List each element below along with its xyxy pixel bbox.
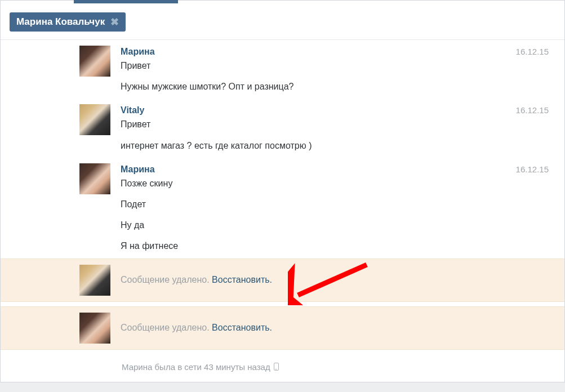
restore-link[interactable]: Восстановить.: [212, 323, 272, 332]
message-list: Марина 16.12.15 Привет Нужны мужские шмо…: [1, 40, 564, 382]
author-link[interactable]: Vitaly: [121, 105, 144, 115]
message-date: 16.12.15: [516, 105, 549, 115]
message-line: интернет магаз ? есть где каталог посмот…: [121, 139, 552, 152]
message-body: Марина 16.12.15 Привет Нужны мужские шмо…: [121, 46, 552, 93]
message-body: Сообщение удалено. Восстановить.: [121, 265, 552, 296]
message-line: Я на фитнесе: [121, 239, 552, 252]
message-line: Привет: [121, 59, 552, 72]
message-line: Нужны мужские шмотки? Опт и разница?: [121, 80, 552, 93]
filter-chip[interactable]: Марина Ковальчук ✖: [10, 12, 126, 32]
author-link[interactable]: Марина: [121, 47, 155, 57]
message-line: Привет: [121, 118, 552, 131]
deleted-text: Сообщение удалено. Восстановить.: [121, 314, 552, 333]
avatar[interactable]: [79, 46, 110, 77]
deleted-message: Сообщение удалено. Восстановить.: [1, 306, 564, 350]
filter-chip-row: Марина Ковальчук ✖: [1, 6, 564, 40]
message-date: 16.12.15: [516, 164, 549, 174]
message-body: Марина 16.12.15 Позже скину Подет Ну да …: [121, 163, 552, 253]
status-text: Марина была в сети 43 минуты назад: [122, 362, 270, 372]
avatar[interactable]: [79, 265, 110, 296]
message-line: Ну да: [121, 219, 552, 231]
close-icon[interactable]: ✖: [110, 17, 119, 27]
active-tab-indicator: [74, 0, 178, 3]
restore-link[interactable]: Восстановить.: [212, 275, 272, 284]
message-item: Марина 16.12.15 Позже скину Подет Ну да …: [1, 158, 564, 259]
message-line: Подет: [121, 198, 552, 211]
chip-label: Марина Ковальчук: [16, 16, 105, 28]
message-item: Марина 16.12.15 Привет Нужны мужские шмо…: [1, 40, 564, 99]
message-item: Vitaly 16.12.15 Привет интернет магаз ? …: [1, 99, 564, 157]
status-row: Марина была в сети 43 минуты назад: [1, 354, 564, 382]
message-date: 16.12.15: [516, 47, 549, 56]
deleted-label: Сообщение удалено.: [121, 323, 210, 332]
avatar[interactable]: [79, 163, 110, 194]
avatar[interactable]: [79, 104, 110, 135]
top-bar: [1, 0, 564, 6]
message-body: Vitaly 16.12.15 Привет интернет магаз ? …: [121, 104, 552, 152]
deleted-text: Сообщение удалено. Восстановить.: [121, 266, 552, 285]
deleted-label: Сообщение удалено.: [121, 275, 210, 284]
message-line: Позже скину: [121, 177, 552, 190]
chat-container: Марина Ковальчук ✖ Марина 16.12.15 Приве…: [0, 0, 565, 382]
avatar[interactable]: [79, 313, 110, 344]
message-body: Сообщение удалено. Восстановить.: [121, 313, 552, 344]
deleted-message: Сообщение удалено. Восстановить.: [1, 259, 564, 302]
mobile-icon: [274, 363, 279, 371]
author-link[interactable]: Марина: [121, 164, 155, 175]
